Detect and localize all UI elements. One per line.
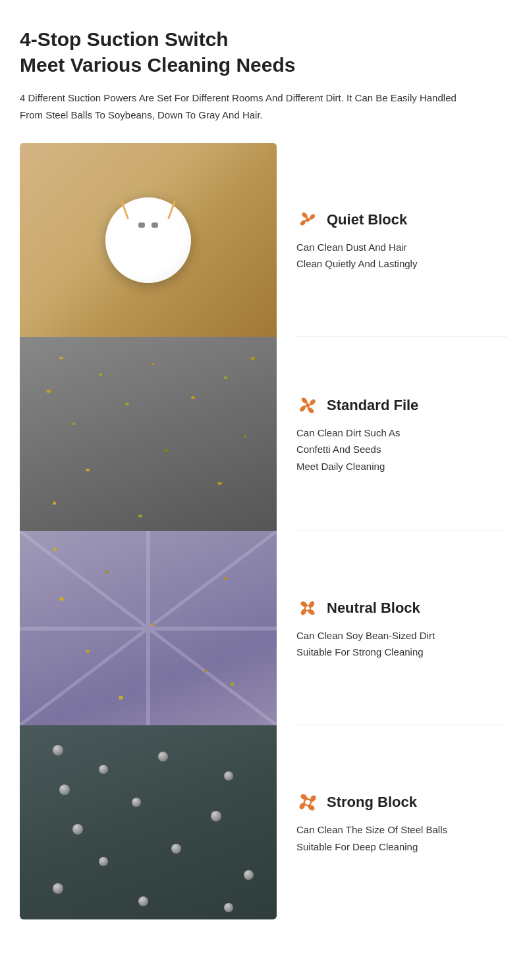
steel-ball: [211, 811, 221, 821]
quiet-icon: [295, 207, 320, 232]
steel-ball: [158, 752, 168, 761]
main-title: 4-Stop Suction Switch Meet Various Clean…: [20, 26, 507, 78]
dot: [244, 436, 246, 438]
dot: [59, 597, 64, 601]
zone4-balls: [20, 725, 277, 919]
zone-wood-floor: [20, 143, 277, 337]
neutral-desc: Can Clean Soy Bean-Sized Dirt Suitable F…: [296, 627, 507, 661]
robot-eye-left: [138, 222, 145, 228]
dot: [165, 449, 168, 452]
dot: [224, 577, 227, 580]
steel-ball: [59, 785, 70, 795]
dot: [191, 396, 195, 399]
steel-ball: [53, 745, 63, 756]
standard-title: Standard File: [327, 397, 418, 414]
dot: [152, 363, 155, 365]
standard-desc: Can Clean Dirt Such As Confetti And Seed…: [296, 425, 507, 475]
dot: [138, 515, 142, 517]
steel-ball: [132, 798, 141, 807]
info-block-strong: Strong Block Can Clean The Size Of Steel…: [295, 725, 507, 919]
info-header-strong: Strong Block: [295, 790, 507, 815]
svg-point-5: [306, 403, 310, 407]
robot-vacuum-image: [105, 197, 191, 283]
strong-icon: [295, 790, 320, 815]
neutral-title: Neutral Block: [327, 600, 420, 617]
description-text: 4 Different Suction Powers Are Set For D…: [20, 90, 468, 123]
dot: [231, 683, 235, 686]
right-info-column: Quiet Block Can Clean Dust And Hair Clea…: [277, 143, 507, 919]
dot: [86, 650, 90, 653]
neutral-icon: [295, 596, 320, 621]
dot: [72, 423, 75, 425]
dot: [59, 357, 63, 359]
svg-point-7: [304, 799, 311, 806]
dot: [204, 669, 207, 672]
zone-dark-floor: [20, 725, 277, 919]
zone2-dots: [20, 337, 277, 531]
dot: [46, 390, 51, 393]
dot: [224, 376, 227, 379]
left-image-column: [20, 143, 277, 919]
quiet-icon-svg: [296, 209, 319, 231]
info-block-standard: Standard File Can Clean Dirt Such As Con…: [295, 337, 507, 531]
robot-eyes: [138, 222, 158, 228]
antenna-right: [167, 200, 176, 219]
steel-ball: [224, 771, 233, 781]
steel-ball: [138, 896, 148, 906]
dot: [119, 696, 123, 700]
steel-ball: [99, 765, 108, 774]
quiet-title: Quiet Block: [327, 211, 407, 228]
quiet-desc: Can Clean Dust And Hair Clean Quietly An…: [296, 239, 507, 272]
strong-icon-svg: [296, 791, 319, 813]
svg-point-4: [306, 218, 310, 222]
robot-eye-right: [152, 222, 158, 228]
content-section: Quiet Block Can Clean Dust And Hair Clea…: [20, 143, 507, 919]
steel-ball: [244, 870, 254, 880]
dot: [125, 403, 129, 405]
info-header-quiet: Quiet Block: [295, 207, 507, 232]
dot: [152, 623, 155, 626]
dot: [53, 502, 56, 505]
info-block-neutral: Neutral Block Can Clean Soy Bean-Sized D…: [295, 531, 507, 725]
dot: [86, 469, 90, 471]
dot: [53, 548, 57, 551]
page-wrapper: 4-Stop Suction Switch Meet Various Clean…: [0, 0, 527, 946]
steel-ball: [224, 903, 233, 912]
neutral-icon-svg: [296, 597, 319, 619]
strong-title: Strong Block: [327, 794, 417, 811]
info-header-standard: Standard File: [295, 393, 507, 418]
standard-icon: [295, 393, 320, 418]
steel-ball: [53, 883, 63, 894]
standard-icon-svg: [296, 394, 319, 417]
info-header-neutral: Neutral Block: [295, 596, 507, 621]
info-block-quiet: Quiet Block Can Clean Dust And Hair Clea…: [295, 143, 507, 337]
steel-ball: [72, 824, 83, 835]
dot: [217, 482, 222, 485]
steel-ball: [171, 844, 181, 854]
zone-purple-carpet: [20, 531, 277, 725]
zone-gray-floor: [20, 337, 277, 531]
zone3-dots: [20, 531, 277, 725]
steel-ball: [99, 857, 108, 866]
antenna-left: [121, 200, 129, 219]
dot: [99, 373, 102, 376]
strong-desc: Can Clean The Size Of Steel Balls Suitab…: [296, 821, 507, 855]
dot: [250, 357, 255, 360]
header-section: 4-Stop Suction Switch Meet Various Clean…: [20, 26, 507, 123]
dot: [105, 571, 109, 573]
